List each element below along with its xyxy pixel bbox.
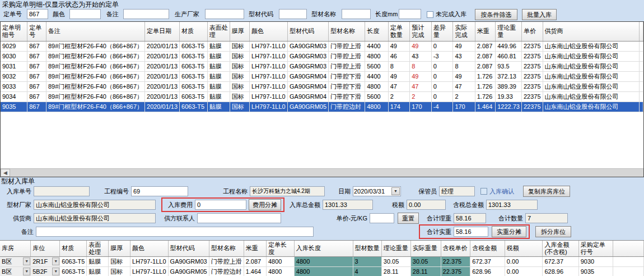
column-header[interactable]: 实际重量 [410,241,441,256]
manufacturer-label: 生产厂家 [175,9,199,19]
column-header[interactable]: 入库长度 [294,241,353,256]
tax-field[interactable]: 0.00 [407,200,446,210]
column-header[interactable]: 定单数量 [388,22,410,41]
inbound-confirm-checkbox[interactable] [480,188,487,195]
profile-code-input[interactable] [279,9,307,19]
column-header[interactable]: 含税单价 [441,241,470,256]
unit-price-field[interactable] [370,213,394,223]
table-row[interactable]: 903286789#门框型材F26-F40（866+867）2020/01/13… [1,71,643,81]
column-header[interactable]: 实际完成 [453,22,475,41]
project-no-field[interactable]: 69 [131,186,188,196]
column-header[interactable]: 型材数量 [353,241,381,256]
column-header[interactable]: 定单明细号 [1,22,27,41]
cell: 867 [27,81,46,91]
calendar-dropdown-icon[interactable]: ▼ [391,187,400,195]
column-header[interactable]: 单价 [521,22,543,41]
cell: 49 [388,71,410,81]
profile-name-input[interactable] [342,9,371,19]
dropdown-arrow-icon[interactable]: ▼ [52,268,59,275]
column-header[interactable]: 入库金额(不含税) [543,241,578,256]
actual-weight-field[interactable]: 58.16 [454,227,488,237]
date-field[interactable]: 2020/03/31▼ [353,186,401,196]
total-amount-field[interactable]: 1301.33 [323,200,373,210]
remark-field[interactable] [36,227,314,237]
column-header[interactable] [613,241,644,256]
column-header[interactable]: 税额 [505,241,543,256]
column-header[interactable]: 材质 [180,22,208,41]
supplier-contact-field[interactable] [197,213,281,223]
theory-weight-field[interactable]: 58.16 [454,213,486,223]
table-row[interactable]: 902986789#门框型材F26-F40（866+867）2020/01/13… [1,41,643,51]
dropdown-arrow-icon[interactable]: ▼ [52,257,59,265]
column-header[interactable]: 型材代码 [288,22,329,41]
cell: 5600 [365,61,388,71]
column-header[interactable]: 定单号 [27,22,46,41]
manufacturer-input[interactable] [205,9,244,19]
filter-by-condition-button[interactable]: 按条件筛选 [475,9,517,20]
column-header[interactable]: 型材名称 [209,241,244,256]
column-header[interactable]: 预计完成 [410,22,432,41]
supplier-field[interactable]: 山东南山铝业股份有限公司 [34,213,156,223]
project-name-field[interactable]: 长沙万科魅力之城4.2期 [250,186,325,196]
column-header[interactable]: 长度 [365,22,388,41]
column-header[interactable]: 定单长度 [266,241,294,256]
length-input[interactable] [399,9,421,19]
cell: 4800 [266,256,294,266]
fee-share-button[interactable]: 费用分摊 [249,199,281,210]
column-header[interactable]: 膜厚 [230,22,249,41]
column-header[interactable]: 采购定单行号 [578,241,613,256]
order-no-input[interactable]: 867 [27,9,48,19]
column-header[interactable]: 备注 [46,22,144,41]
table-row[interactable]: 903086789#门框型材F26-F40（866+867）2020/01/13… [1,51,643,61]
inbound-no-field[interactable] [34,186,90,196]
column-header[interactable]: 米重 [244,241,266,256]
column-header[interactable]: 型材代码 [168,241,209,256]
dropdown-arrow-icon[interactable]: ▼ [23,268,30,275]
color-input[interactable] [69,9,101,19]
table-row[interactable]: 903386789#门框型材F26-F40（866+867）2020/01/13… [1,81,643,91]
table-row[interactable]: 903186789#门框型材F26-F40（866+867）2020/01/13… [1,61,643,71]
batch-inbound-button[interactable]: 批量入库 [522,9,557,20]
column-header[interactable] [639,22,643,41]
table-row[interactable]: B区▼5B2F▼6063-T5贴膜国标LH797-1LL0GA90GRM05门带… [0,266,644,276]
column-header[interactable]: 库房 [0,241,31,256]
scroll-left-arrow-icon[interactable]: ◀ [1,169,10,177]
column-header[interactable]: 理论重量 [381,241,410,256]
column-header[interactable]: 表面处理 [87,241,109,256]
column-header[interactable]: 供货商 [543,22,639,41]
table-row[interactable]: 903586789#门框型材F26-F40（866+867）2020/01/13… [1,102,643,112]
keeper-field[interactable]: 经理 [439,186,475,196]
factory-field[interactable]: 山东南山铝业股份有限公司 [34,200,156,210]
fee-field[interactable]: 0 [195,200,246,210]
dropdown-arrow-icon[interactable]: ▼ [23,257,30,265]
table-row[interactable]: B区▼2R1F▼6063-T5贴膜国标LH797-1LL0GA90GRM03门带… [0,256,644,266]
horizontal-scrollbar[interactable]: ◀ [1,168,643,177]
column-header[interactable]: 理论重量 [496,22,522,41]
tax-total-field[interactable]: 1301.33 [486,200,538,210]
theory-weight-label: 合计理重 [422,213,451,223]
column-header[interactable]: 含税金额 [470,241,505,256]
column-header[interactable]: 定单日期 [145,22,180,41]
table-row[interactable]: 903486789#门框型材F26-F40（866+867）2020/01/13… [1,91,643,102]
cell: 2.087 [475,41,495,51]
column-header[interactable]: 差异量 [431,22,453,41]
column-header[interactable]: 型材名称 [329,22,365,41]
column-header[interactable]: 颜色 [130,241,169,256]
cell: 46 [388,51,410,61]
unfinished-checkbox[interactable] [427,11,433,18]
split-location-button[interactable]: 拆分库位 [535,226,571,237]
reset-button[interactable]: 重置 [398,213,419,224]
remark-input[interactable] [123,9,169,19]
column-header[interactable]: 膜厚 [109,241,130,256]
copy-location-button[interactable]: 复制库房库位 [523,186,570,197]
column-header[interactable]: 库位 [31,241,60,256]
column-header[interactable]: 材质 [60,241,87,256]
column-header[interactable]: 表面处理 [207,22,230,41]
actual-weight-share-button[interactable]: 实重分摊 [492,226,526,237]
column-header[interactable]: 颜色 [250,22,288,41]
cell: 170 [410,102,432,112]
column-header[interactable]: 米重 [475,22,495,41]
total-qty-field[interactable]: 7 [525,213,568,223]
combo-value: 5B2F [32,268,52,275]
cell: 国标 [230,71,249,81]
